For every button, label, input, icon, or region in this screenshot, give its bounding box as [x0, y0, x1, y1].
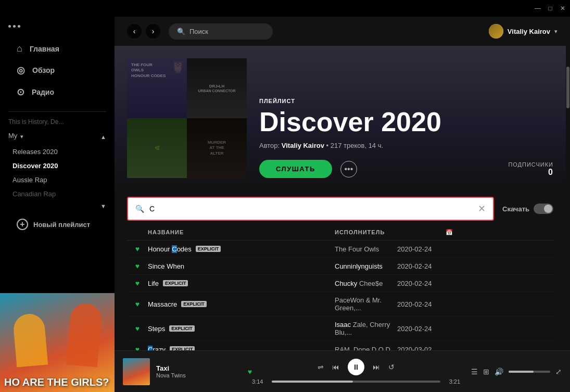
search-clear-icon[interactable]: ✕	[478, 203, 486, 214]
explicit-badge: EXPLICIT	[196, 246, 221, 252]
close-button[interactable]: ✕	[560, 5, 566, 11]
playlist-item-discover2020[interactable]: Discover 2020	[8, 159, 106, 173]
tracks-body: ♥ Honour Codes EXPLICIT The Four Owls 20…	[127, 241, 553, 350]
artwork-quad-4: Murderat theAlter	[187, 118, 247, 178]
artist-name[interactable]: Chucky Chee$e	[335, 280, 383, 287]
track-name-col: Since When	[148, 262, 335, 270]
progress-bar-area: 3:14 3:21	[252, 378, 460, 385]
progress-bar[interactable]	[272, 381, 440, 383]
sidebar-item-label: Радио	[32, 88, 54, 96]
track-search-input[interactable]	[149, 205, 473, 213]
shuffle-button[interactable]: ⇌	[318, 363, 324, 371]
artwork-quad-2: DRJ•LHURBAN CONNECTOR	[187, 58, 247, 118]
my-section-label: My	[8, 132, 17, 140]
track-name: Life	[148, 280, 159, 287]
playlist-title: Discover 2020	[259, 108, 553, 135]
minimize-button[interactable]: —	[535, 5, 541, 11]
app-body: ⌂ Главная ◎ Обзор ⊙ Радио This is Histor…	[0, 17, 570, 392]
current-time: 3:14	[252, 378, 268, 385]
track-search-area: 🔍 ✕ Скачать	[115, 188, 566, 225]
volume-icon[interactable]: 🔊	[495, 368, 503, 376]
sidebar: ⌂ Главная ◎ Обзор ⊙ Радио This is Histor…	[0, 17, 115, 392]
artist-name[interactable]: PaceWon & Mr. Green,...	[335, 296, 382, 312]
browse-icon: ◎	[17, 65, 25, 76]
heart-icon[interactable]: ♥	[135, 262, 140, 270]
play-button[interactable]: СЛУШАТЬ	[259, 160, 332, 178]
heart-icon[interactable]: ♥	[135, 245, 140, 253]
title-bar: — □ ✕	[0, 0, 570, 17]
heart-icon[interactable]: ♥	[135, 300, 140, 308]
playlist-header: THE FOUROWLSHONOUR CODES 🦉 DRJ•LHURBAN C…	[115, 46, 566, 188]
total-time: 3:21	[445, 378, 460, 385]
heart-col: ♥	[127, 300, 148, 308]
date-col: 2020-03-02	[397, 346, 501, 351]
search-box[interactable]: 🔍	[169, 23, 273, 40]
player-heart-icon[interactable]: ♥	[248, 368, 252, 376]
heart-icon[interactable]: ♥	[135, 279, 140, 287]
playlist-artwork: THE FOUROWLSHONOUR CODES 🦉 DRJ•LHURBAN C…	[127, 58, 247, 178]
heart-icon[interactable]: ♥	[135, 324, 140, 333]
track-row[interactable]: ♥ Honour Codes EXPLICIT The Four Owls 20…	[127, 241, 553, 258]
volume-bar[interactable]	[509, 371, 550, 373]
artist-col: PaceWon & Mr. Green,...	[335, 296, 397, 312]
sidebar-item-label: Обзор	[32, 66, 55, 74]
explicit-badge: EXPLICIT	[181, 301, 207, 307]
scrollbar-track[interactable]	[566, 46, 570, 350]
playlist-item-aussierap[interactable]: Aussie Rap	[8, 173, 106, 187]
heart-icon[interactable]: ♥	[135, 345, 140, 350]
queue-icon[interactable]: ☰	[471, 368, 478, 376]
sidebar-item-label: Главная	[30, 45, 59, 53]
playlist-item-releases2020[interactable]: Releases 2020	[8, 145, 106, 159]
playlist-item-canadianrap[interactable]: Canadian Rap	[8, 187, 106, 201]
repeat-button[interactable]: ↺	[388, 363, 395, 371]
dots-menu[interactable]	[8, 25, 106, 28]
track-search-box[interactable]: 🔍 ✕	[127, 197, 494, 221]
user-chevron-icon: ▾	[554, 28, 558, 35]
search-icon: 🔍	[177, 28, 185, 35]
artist-name[interactable]: Isaac Zale, Cherry Blu,...	[335, 321, 390, 336]
track-name-col: Massacre EXPLICIT	[148, 300, 335, 308]
playlist-info: Автор: Vitaliy Kairov • 217 треков, 14 ч…	[259, 142, 553, 149]
tracks-header: НАЗВАНИЕ ИСПОЛНИТЕЛЬ 📅	[127, 225, 553, 241]
artist-name[interactable]: RAM, Dope D.O.D.	[335, 346, 392, 351]
player-artist[interactable]: Nova Twins	[156, 372, 242, 378]
track-row[interactable]: ♥ Since When Cunninlynguists 2020-02-24	[127, 258, 553, 275]
prev-button[interactable]: ⏮	[332, 363, 339, 371]
maximize-button[interactable]: □	[547, 5, 553, 11]
download-toggle-switch[interactable]	[534, 204, 553, 214]
sidebar-item-home[interactable]: ⌂ Главная	[8, 38, 106, 59]
artist-name[interactable]: Cunninlynguists	[335, 262, 383, 270]
top-bar: ‹ › 🔍 Vitaliy Kairov ▾	[115, 17, 570, 46]
scrollbar-thumb[interactable]	[566, 67, 569, 108]
track-row[interactable]: ♥ Massacre EXPLICIT PaceWon & Mr. Green,…	[127, 292, 553, 317]
sidebar-item-radio[interactable]: ⊙ Радио	[8, 81, 106, 103]
fullscreen-icon[interactable]: ⤢	[555, 368, 562, 376]
heart-col: ♥	[127, 345, 148, 350]
scroll-up-icon[interactable]: ▲	[100, 134, 106, 140]
new-playlist-button[interactable]: + Новый плейлист	[8, 213, 106, 235]
col-name: НАЗВАНИЕ	[148, 229, 335, 236]
user-area[interactable]: Vitaliy Kairov ▾	[489, 24, 558, 39]
more-options-button[interactable]: •••	[340, 161, 357, 178]
player-controls: ⇌ ⏮ ⏸ ⏭ ↺	[318, 359, 395, 375]
track-row[interactable]: ♥ Life EXPLICIT Chucky Chee$e 2020-02-24	[127, 275, 553, 292]
device-icon[interactable]: ⊞	[483, 368, 489, 376]
sidebar-item-browse[interactable]: ◎ Обзор	[8, 59, 106, 81]
download-toggle: Скачать	[502, 204, 553, 214]
col-date: 📅	[397, 229, 501, 236]
back-button[interactable]: ‹	[127, 24, 142, 39]
play-pause-button[interactable]: ⏸	[348, 359, 364, 375]
scroll-down-icon[interactable]: ▼	[100, 203, 106, 209]
forward-button[interactable]: ›	[146, 24, 160, 39]
search-input[interactable]	[189, 28, 262, 35]
track-name: Honour Codes	[148, 245, 192, 253]
playlist-header-row: My ▾ ▲	[8, 132, 106, 142]
heart-col: ♥	[127, 279, 148, 287]
track-row[interactable]: ♥ Steps EXPLICIT Isaac Zale, Cherry Blu,…	[127, 317, 553, 341]
artist-name[interactable]: The Four Owls	[335, 245, 379, 253]
date-col: 2020-02-24	[397, 300, 501, 308]
artwork-quad-3: 🌿	[127, 118, 187, 178]
track-row[interactable]: ♥ Crazy EXPLICIT RAM, Dope D.O.D. 2020-0…	[127, 341, 553, 350]
content-area[interactable]: THE FOUROWLSHONOUR CODES 🦉 DRJ•LHURBAN C…	[115, 46, 566, 350]
next-button[interactable]: ⏭	[373, 363, 380, 371]
